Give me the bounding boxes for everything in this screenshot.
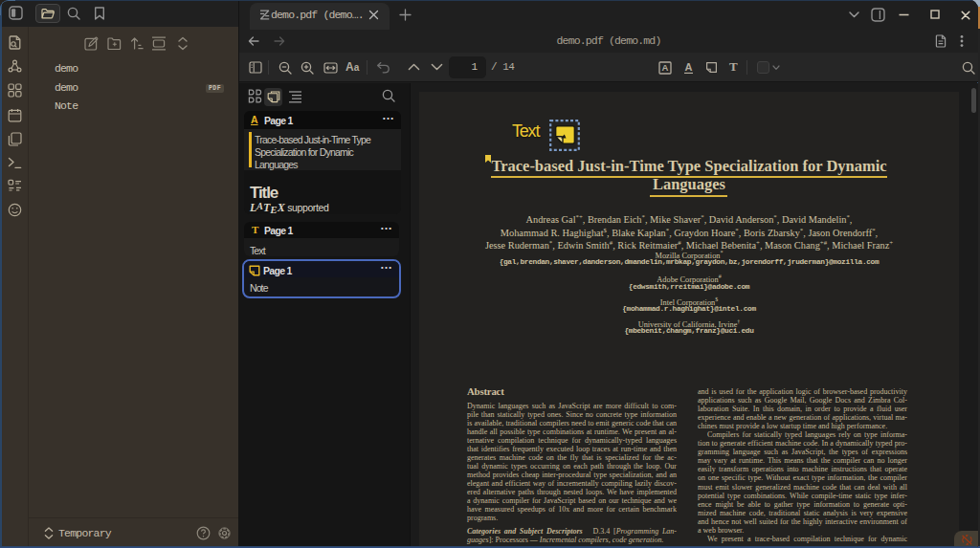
svg-text:A: A: [662, 62, 669, 73]
svg-text:A: A: [685, 61, 693, 73]
